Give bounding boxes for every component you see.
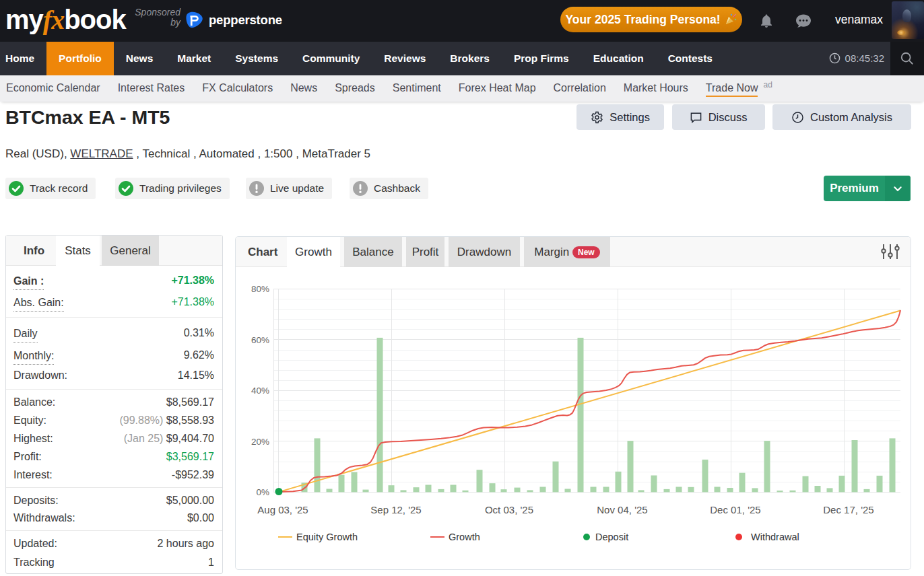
- svg-text:Withdrawal: Withdrawal: [751, 532, 799, 542]
- svg-text:0%: 0%: [256, 487, 269, 497]
- svg-text:Equity Growth: Equity Growth: [296, 532, 358, 542]
- svg-text:60%: 60%: [251, 335, 269, 345]
- svg-text:Dec 01, '25: Dec 01, '25: [710, 504, 760, 515]
- svg-text:20%: 20%: [251, 437, 269, 447]
- svg-text:Oct 03, '25: Oct 03, '25: [485, 504, 533, 515]
- svg-text:40%: 40%: [251, 386, 269, 396]
- svg-text:Growth: Growth: [449, 532, 480, 542]
- svg-text:Deposit: Deposit: [595, 532, 628, 542]
- svg-text:Sep 12, '25: Sep 12, '25: [370, 504, 421, 515]
- svg-text:Aug 03, '25: Aug 03, '25: [257, 504, 308, 515]
- svg-text:Nov 04, '25: Nov 04, '25: [597, 504, 647, 515]
- svg-text:80%: 80%: [251, 284, 269, 294]
- svg-text:Dec 17, '25: Dec 17, '25: [823, 504, 873, 515]
